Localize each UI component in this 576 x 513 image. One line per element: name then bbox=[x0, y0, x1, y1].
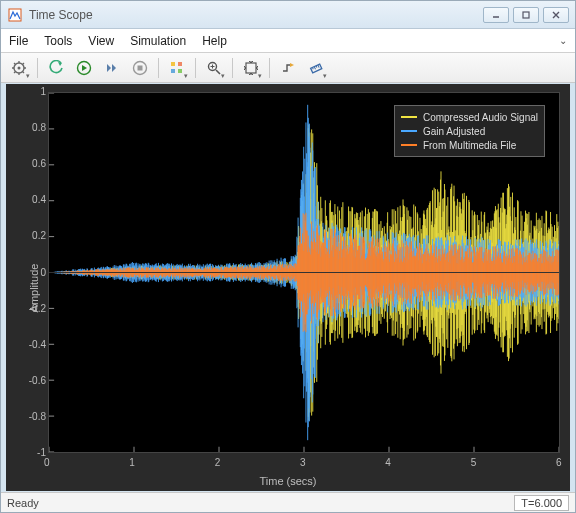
menu-help[interactable]: Help bbox=[202, 34, 227, 48]
menu-bar: File Tools View Simulation Help ⌄ bbox=[1, 29, 575, 53]
window-buttons bbox=[483, 7, 569, 23]
svg-line-29 bbox=[318, 64, 319, 67]
y-tick-label: 0.8 bbox=[32, 122, 46, 133]
legend[interactable]: Compressed Audio Signal Gain Adjusted Fr… bbox=[394, 105, 545, 157]
menu-overflow-icon[interactable]: ⌄ bbox=[559, 35, 567, 46]
minimize-button[interactable] bbox=[483, 7, 509, 23]
x-tick-label: 0 bbox=[44, 457, 50, 468]
x-tick-label: 6 bbox=[556, 457, 562, 468]
toolbar-separator bbox=[158, 58, 159, 78]
svg-rect-2 bbox=[523, 12, 529, 18]
legend-swatch bbox=[401, 116, 417, 118]
legend-label: From Multimedia File bbox=[423, 140, 516, 151]
toolbar-separator bbox=[232, 58, 233, 78]
legend-item[interactable]: From Multimedia File bbox=[401, 138, 538, 152]
window-title: Time Scope bbox=[29, 8, 483, 22]
step-back-button[interactable] bbox=[44, 56, 68, 80]
y-tick-label: 0.2 bbox=[32, 230, 46, 241]
svg-rect-18 bbox=[171, 69, 175, 73]
toolbar-separator bbox=[195, 58, 196, 78]
y-tick-label: 0 bbox=[40, 267, 46, 278]
svg-line-10 bbox=[23, 71, 25, 73]
autoscale-button[interactable] bbox=[239, 56, 263, 80]
x-axis-label: Time (secs) bbox=[6, 475, 570, 487]
legend-item[interactable]: Compressed Audio Signal bbox=[401, 110, 538, 124]
status-bar: Ready T=6.000 bbox=[1, 492, 575, 512]
zoom-button[interactable] bbox=[202, 56, 226, 80]
y-tick-label: -0.4 bbox=[29, 339, 46, 350]
svg-point-4 bbox=[18, 66, 21, 69]
svg-rect-17 bbox=[178, 62, 182, 66]
legend-swatch bbox=[401, 130, 417, 132]
svg-rect-25 bbox=[311, 64, 322, 73]
step-forward-button[interactable] bbox=[100, 56, 124, 80]
highlight-button[interactable] bbox=[165, 56, 189, 80]
legend-label: Compressed Audio Signal bbox=[423, 112, 538, 123]
legend-swatch bbox=[401, 144, 417, 146]
menu-view[interactable]: View bbox=[88, 34, 114, 48]
y-tick-label: -0.8 bbox=[29, 411, 46, 422]
configure-button[interactable] bbox=[7, 56, 31, 80]
status-time: T=6.000 bbox=[514, 495, 569, 511]
y-tick-label: -0.6 bbox=[29, 375, 46, 386]
svg-line-21 bbox=[216, 70, 220, 74]
menu-file[interactable]: File bbox=[9, 34, 28, 48]
x-tick-label: 2 bbox=[215, 457, 221, 468]
svg-rect-19 bbox=[178, 69, 182, 73]
svg-line-27 bbox=[314, 66, 315, 69]
app-icon bbox=[7, 7, 23, 23]
svg-rect-24 bbox=[246, 63, 256, 73]
toolbar-separator bbox=[37, 58, 38, 78]
y-tick-label: 1 bbox=[40, 86, 46, 97]
y-tick-label: 0.4 bbox=[32, 194, 46, 205]
close-button[interactable] bbox=[543, 7, 569, 23]
menu-simulation[interactable]: Simulation bbox=[130, 34, 186, 48]
svg-line-12 bbox=[23, 63, 25, 65]
svg-line-11 bbox=[14, 71, 16, 73]
y-tick-label: 0.6 bbox=[32, 158, 46, 169]
title-bar: Time Scope bbox=[1, 1, 575, 29]
svg-rect-16 bbox=[171, 62, 175, 66]
status-ready: Ready bbox=[7, 497, 39, 509]
triggers-button[interactable] bbox=[276, 56, 300, 80]
legend-item[interactable]: Gain Adjusted bbox=[401, 124, 538, 138]
x-tick-label: 4 bbox=[385, 457, 391, 468]
toolbar-separator bbox=[269, 58, 270, 78]
stop-button[interactable] bbox=[128, 56, 152, 80]
scope-panel: Amplitude Time (secs) Compressed Audio S… bbox=[6, 84, 570, 491]
svg-line-9 bbox=[14, 63, 16, 65]
x-tick-label: 1 bbox=[129, 457, 135, 468]
x-tick-label: 3 bbox=[300, 457, 306, 468]
x-tick-label: 5 bbox=[471, 457, 477, 468]
toolbar bbox=[1, 53, 575, 83]
maximize-button[interactable] bbox=[513, 7, 539, 23]
measurements-button[interactable] bbox=[304, 56, 328, 80]
run-button[interactable] bbox=[72, 56, 96, 80]
svg-rect-15 bbox=[138, 65, 143, 70]
y-tick-label: -0.2 bbox=[29, 303, 46, 314]
plot-area[interactable]: Compressed Audio Signal Gain Adjusted Fr… bbox=[48, 92, 560, 453]
menu-tools[interactable]: Tools bbox=[44, 34, 72, 48]
legend-label: Gain Adjusted bbox=[423, 126, 485, 137]
